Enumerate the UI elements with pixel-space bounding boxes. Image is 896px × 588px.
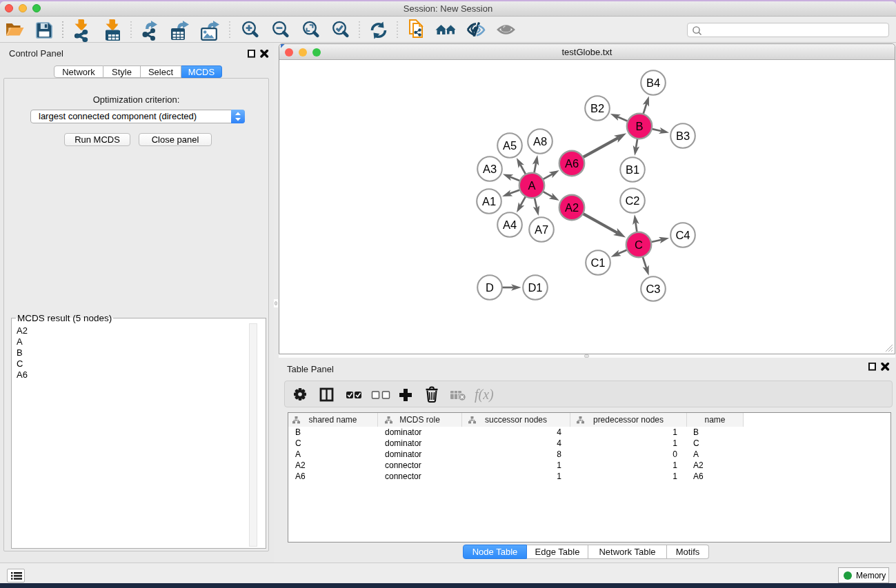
svg-text:A: A: [528, 179, 535, 192]
svg-text:D1: D1: [528, 281, 542, 294]
svg-text:B1: B1: [626, 163, 639, 176]
svg-text:C4: C4: [675, 229, 690, 241]
svg-text:A4: A4: [503, 219, 517, 231]
svg-text:A8: A8: [533, 135, 547, 148]
svg-text:A7: A7: [535, 223, 548, 236]
svg-text:D: D: [486, 281, 494, 294]
svg-text:A2: A2: [565, 201, 579, 214]
svg-text:A5: A5: [503, 139, 517, 152]
svg-text:C1: C1: [590, 256, 605, 269]
svg-text:A1: A1: [482, 195, 496, 207]
svg-text:B3: B3: [676, 130, 690, 142]
svg-text:B4: B4: [646, 77, 660, 89]
svg-text:C3: C3: [646, 283, 660, 295]
svg-text:C: C: [635, 239, 643, 251]
svg-text:B: B: [635, 120, 643, 132]
svg-text:f(x): f(x): [475, 387, 494, 403]
svg-text:C2: C2: [625, 194, 639, 207]
svg-text:A6: A6: [565, 157, 579, 170]
svg-text:A3: A3: [483, 163, 497, 175]
svg-text:B2: B2: [590, 102, 604, 114]
